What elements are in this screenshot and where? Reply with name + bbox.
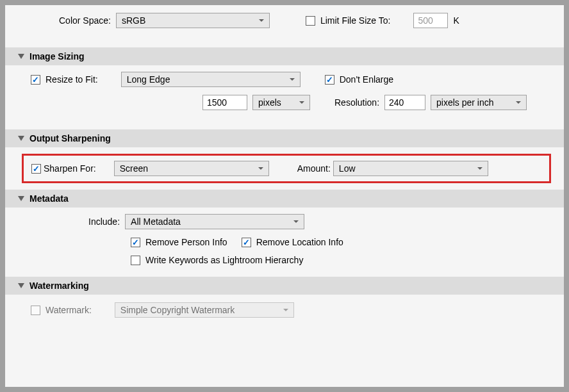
resize-to-fit-value: Long Edge: [127, 74, 170, 85]
dont-enlarge-checkbox[interactable]: [325, 75, 334, 85]
chevron-down-icon: [293, 220, 299, 223]
chevron-down-icon: [299, 101, 304, 104]
limit-filesize-checkbox[interactable]: [306, 16, 315, 26]
size-unit-value: pixels: [258, 97, 281, 108]
disclosure-triangle-icon: [18, 54, 24, 59]
disclosure-triangle-icon: [18, 196, 24, 201]
size-input[interactable]: 1500: [202, 95, 247, 110]
limit-filesize-unit: K: [453, 15, 459, 26]
resolution-input[interactable]: 240: [384, 95, 425, 110]
limit-filesize-label: Limit File Size To:: [320, 15, 390, 26]
remove-person-checkbox[interactable]: [131, 238, 140, 247]
disclosure-triangle-icon: [18, 283, 24, 288]
sharpen-for-label: Sharpen For:: [44, 163, 96, 174]
watermark-dropdown[interactable]: Simple Copyright Watermark: [115, 302, 294, 318]
chevron-down-icon: [258, 167, 263, 170]
chevron-down-icon: [290, 78, 295, 81]
chevron-down-icon: [259, 19, 264, 22]
write-keywords-label: Write Keywords as Lightroom Hierarchy: [145, 255, 303, 265]
amount-value: Low: [339, 163, 356, 174]
resize-to-fit-checkbox[interactable]: [31, 75, 40, 85]
include-dropdown[interactable]: All Metadata: [125, 214, 304, 229]
remove-location-label: Remove Location Info: [256, 237, 343, 247]
metadata-heading: Metadata: [29, 193, 69, 204]
resize-to-fit-label: Resize to Fit:: [45, 74, 98, 85]
output-sharpening-heading: Output Sharpening: [29, 133, 111, 143]
chevron-down-icon: [477, 167, 482, 170]
highlight-box: Sharpen For: Screen Amount: Low: [22, 154, 551, 183]
output-sharpening-header[interactable]: Output Sharpening: [5, 129, 564, 147]
watermarking-heading: Watermarking: [29, 281, 89, 291]
include-value: All Metadata: [131, 216, 181, 227]
color-space-value: sRGB: [122, 15, 145, 26]
sharpen-for-checkbox[interactable]: [31, 164, 41, 174]
watermark-value: Simple Copyright Watermark: [120, 305, 235, 315]
watermarking-header[interactable]: Watermarking: [5, 277, 564, 295]
disclosure-triangle-icon: [18, 136, 24, 141]
sharpen-for-value: Screen: [120, 163, 148, 174]
resolution-unit-value: pixels per inch: [436, 97, 494, 108]
image-sizing-header[interactable]: Image Sizing: [5, 47, 564, 65]
amount-dropdown[interactable]: Low: [333, 161, 488, 176]
dont-enlarge-label: Don't Enlarge: [340, 74, 393, 85]
chevron-down-icon: [283, 309, 288, 311]
remove-location-checkbox[interactable]: [242, 238, 251, 247]
resolution-unit-dropdown[interactable]: pixels per inch: [431, 95, 527, 110]
amount-label: Amount:: [297, 163, 331, 174]
limit-filesize-input[interactable]: 500: [413, 13, 448, 28]
metadata-header[interactable]: Metadata: [5, 190, 564, 208]
watermark-checkbox[interactable]: [31, 306, 40, 315]
color-space-dropdown[interactable]: sRGB: [116, 13, 270, 28]
sharpen-for-dropdown[interactable]: Screen: [114, 161, 269, 176]
resolution-label: Resolution:: [334, 97, 379, 108]
resize-to-fit-dropdown[interactable]: Long Edge: [121, 72, 301, 87]
color-space-label: Color Space:: [59, 15, 111, 26]
remove-person-label: Remove Person Info: [145, 237, 227, 247]
image-sizing-heading: Image Sizing: [29, 51, 85, 61]
watermark-label: Watermark:: [45, 305, 92, 315]
write-keywords-checkbox[interactable]: [131, 256, 140, 265]
size-unit-dropdown[interactable]: pixels: [252, 95, 310, 110]
include-label: Include:: [88, 216, 120, 227]
chevron-down-icon: [516, 101, 521, 104]
